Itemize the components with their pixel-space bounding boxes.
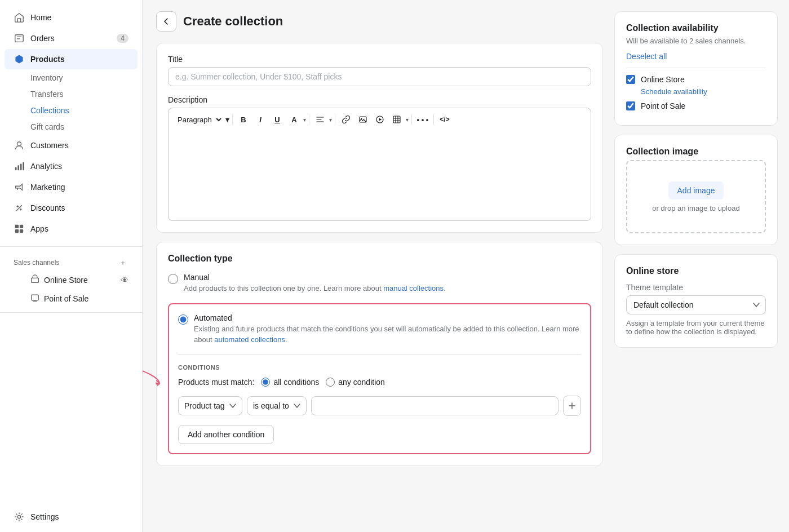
add-condition-button[interactable]: Add another condition xyxy=(178,425,274,444)
svg-point-1 xyxy=(17,142,21,146)
condition-operator-select[interactable]: is equal to xyxy=(247,396,307,415)
automated-collections-link[interactable]: automated collections xyxy=(214,335,285,344)
sidebar-item-analytics[interactable]: Analytics xyxy=(5,156,138,176)
collection-type-radio-group: Manual Add products to this collection o… xyxy=(168,273,591,454)
sidebar: Home Orders 4 Products Inventory Transfe… xyxy=(0,0,143,532)
sidebar-item-inventory[interactable]: Inventory xyxy=(5,70,138,86)
sidebar-item-giftcards-label: Gift cards xyxy=(30,122,64,131)
description-label: Description xyxy=(168,95,591,104)
svg-rect-0 xyxy=(15,35,23,42)
pos-icon xyxy=(30,293,39,304)
add-image-button[interactable]: Add image xyxy=(668,181,724,200)
discounts-icon xyxy=(14,202,25,214)
sidebar-item-collections[interactable]: Collections xyxy=(5,103,138,118)
products-must-match: Products must match: all conditions any … xyxy=(178,378,581,387)
condition-action-button[interactable] xyxy=(563,396,581,416)
toolbar-divider-3 xyxy=(335,114,335,125)
settings-icon xyxy=(14,511,25,522)
sidebar-item-analytics-label: Analytics xyxy=(30,162,62,171)
sidebar-item-giftcards[interactable]: Gift cards xyxy=(5,119,138,135)
content-row: Create collection Title Description Para… xyxy=(143,0,789,532)
image-upload-area[interactable]: Add image or drop an image to upload xyxy=(626,160,766,233)
align-button[interactable] xyxy=(312,112,328,127)
sidebar-item-products[interactable]: Products xyxy=(5,49,138,69)
underline-button[interactable]: U xyxy=(269,112,285,127)
theme-template-select[interactable]: Default collection xyxy=(626,295,766,314)
marketing-icon xyxy=(14,181,25,193)
sidebar-item-settings[interactable]: Settings xyxy=(5,507,138,527)
theme-template-label: Theme template xyxy=(626,283,766,292)
sidebar-item-customers[interactable]: Customers xyxy=(5,135,138,156)
color-button[interactable]: A xyxy=(286,112,302,127)
main-content: Create collection Title Description Para… xyxy=(143,0,614,532)
all-conditions-radio[interactable] xyxy=(261,378,270,387)
page-title: Create collection xyxy=(183,14,283,29)
toolbar-divider-1 xyxy=(232,114,233,125)
manual-label[interactable]: Manual xyxy=(184,273,210,282)
sidebar-item-transfers[interactable]: Transfers xyxy=(5,86,138,102)
more-button[interactable]: • • • xyxy=(415,112,431,127)
sidebar-item-online-store[interactable]: Online Store 👁 xyxy=(5,271,138,289)
pos-label: Point of Sale xyxy=(44,294,88,303)
table-button[interactable] xyxy=(389,112,405,127)
eye-icon[interactable]: 👁 xyxy=(121,276,128,285)
title-input[interactable] xyxy=(168,67,591,86)
video-button[interactable] xyxy=(372,112,388,127)
online-store-checkbox-row: Online Store xyxy=(626,75,766,84)
pos-checkbox-label[interactable]: Point of Sale xyxy=(641,101,685,110)
any-condition-option[interactable]: any condition xyxy=(326,378,385,387)
customers-icon xyxy=(14,140,25,151)
online-store-checkbox[interactable] xyxy=(626,75,635,84)
condition-value-input[interactable] xyxy=(311,396,558,415)
availability-divider xyxy=(626,68,766,68)
svg-marker-18 xyxy=(379,118,382,121)
manual-collections-link[interactable]: manual collections xyxy=(383,284,444,292)
manual-radio[interactable] xyxy=(168,274,178,284)
manual-desc: Add products to this collection one by o… xyxy=(184,283,446,294)
italic-button[interactable]: I xyxy=(252,112,268,127)
orders-badge: 4 xyxy=(117,34,128,43)
link-button[interactable] xyxy=(338,112,354,127)
automated-label[interactable]: Automated xyxy=(194,313,232,322)
sidebar-item-home[interactable]: Home xyxy=(5,7,138,28)
toolbar-divider-5 xyxy=(433,114,434,125)
products-icon xyxy=(14,54,25,65)
image-button[interactable] xyxy=(355,112,371,127)
svg-point-7 xyxy=(20,209,22,211)
paragraph-select[interactable]: Paragraph xyxy=(173,114,223,126)
bold-button[interactable]: B xyxy=(236,112,251,127)
sidebar-item-apps-label: Apps xyxy=(30,224,48,233)
all-conditions-option[interactable]: all conditions xyxy=(261,378,319,387)
sidebar-item-discounts[interactable]: Discounts xyxy=(5,198,138,218)
any-condition-label[interactable]: any condition xyxy=(338,378,385,387)
sidebar-item-pos[interactable]: Point of Sale xyxy=(5,290,138,307)
code-button[interactable]: </> xyxy=(437,112,453,127)
online-store-label: Online Store xyxy=(44,276,88,285)
availability-desc: Will be available to 2 sales channels. xyxy=(626,37,766,45)
deselect-all-link[interactable]: Deselect all xyxy=(626,52,667,61)
schedule-availability-link[interactable]: Schedule availability xyxy=(626,87,766,96)
svg-rect-10 xyxy=(15,229,19,233)
collection-type-card: Collection type Manual Add products to t… xyxy=(156,242,603,466)
store-icon xyxy=(30,274,39,285)
any-condition-radio[interactable] xyxy=(326,378,335,387)
condition-field-select[interactable]: Product tag xyxy=(178,396,242,415)
automated-radio[interactable] xyxy=(178,314,188,325)
sales-channels-label: Sales channels xyxy=(14,259,59,267)
add-channel-button[interactable]: ＋ xyxy=(117,257,128,268)
pos-checkbox[interactable] xyxy=(626,101,635,110)
online-store-checkbox-label[interactable]: Online Store xyxy=(641,75,685,84)
sidebar-item-home-label: Home xyxy=(30,13,51,22)
sidebar-item-apps[interactable]: Apps xyxy=(5,219,138,239)
sidebar-item-orders[interactable]: Orders 4 xyxy=(5,28,138,48)
sidebar-item-discounts-label: Discounts xyxy=(30,203,65,212)
automated-desc: Existing and future products that match … xyxy=(194,323,581,345)
back-button[interactable] xyxy=(156,11,176,32)
sidebar-item-collections-label: Collections xyxy=(30,106,69,115)
sidebar-divider-2 xyxy=(0,312,142,313)
all-conditions-label[interactable]: all conditions xyxy=(273,378,319,387)
description-editor[interactable] xyxy=(168,131,591,221)
availability-card: Collection availability Will be availabl… xyxy=(614,11,778,126)
sidebar-item-marketing-label: Marketing xyxy=(30,183,65,192)
sidebar-item-marketing[interactable]: Marketing xyxy=(5,177,138,197)
